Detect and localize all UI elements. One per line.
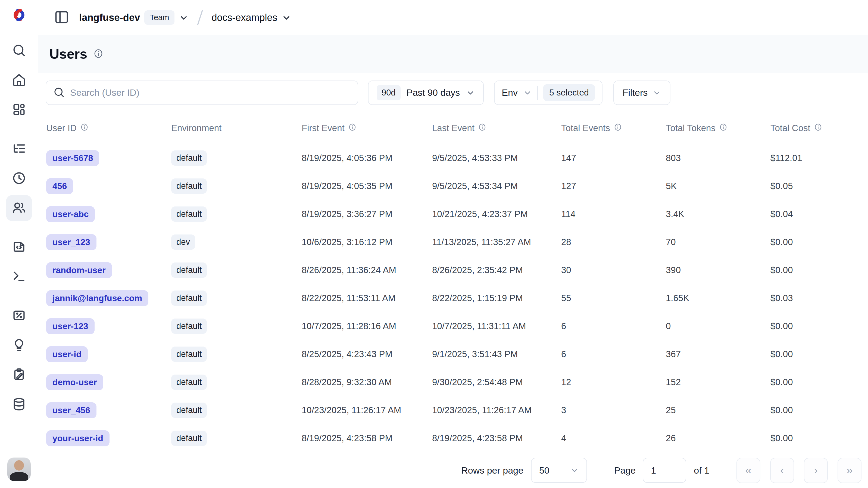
sidebar-item-search[interactable] [6, 37, 32, 64]
total-cost-cell: $0.04 [770, 209, 868, 219]
info-icon [814, 123, 823, 134]
table-row[interactable]: user-5678default8/19/2025, 4:05:36 PM9/5… [38, 144, 868, 172]
first-page-button[interactable]: « [737, 458, 761, 483]
environment-cell: dev [171, 234, 302, 250]
sidebar-toggle-button[interactable] [51, 7, 72, 28]
environment-cell: default [171, 375, 302, 390]
date-range-button[interactable]: 90d Past 90 days [368, 81, 484, 105]
sidebar-item-users[interactable] [6, 195, 32, 221]
search-input[interactable] [70, 87, 350, 98]
page-number-input[interactable] [643, 458, 686, 483]
column-header-environment[interactable]: Environment [171, 123, 302, 133]
table-body: user-5678default8/19/2025, 4:05:36 PM9/5… [38, 144, 868, 452]
user-id-badge[interactable]: your-user-id [46, 430, 110, 447]
environment-badge: default [171, 178, 207, 194]
previous-page-button[interactable]: ‹ [770, 458, 794, 483]
sidebar-item-sessions[interactable] [6, 165, 32, 192]
clipboard-pen-icon [12, 368, 26, 382]
column-header-total_tokens[interactable]: Total Tokens [666, 123, 770, 134]
column-header-user_id[interactable]: User ID [46, 123, 171, 134]
environment-badge: default [171, 206, 207, 222]
user-id-badge[interactable]: user-5678 [46, 150, 99, 166]
last-event-cell: 10/23/2025, 11:26:17 AM [432, 405, 561, 415]
column-header-total_events[interactable]: Total Events [561, 123, 666, 134]
column-header-last_event[interactable]: Last Event [432, 123, 561, 134]
info-icon [614, 123, 622, 134]
user-id-badge[interactable]: jannik@langfuse.com [46, 290, 148, 306]
table-row[interactable]: user-abcdefault8/19/2025, 3:36:27 PM10/2… [38, 200, 868, 228]
langfuse-logo-icon[interactable] [10, 7, 28, 25]
sidebar-item-prompts[interactable] [6, 234, 32, 260]
first-event-cell: 8/19/2025, 3:36:27 PM [302, 209, 432, 219]
table-row[interactable]: jannik@langfuse.comdefault8/22/2025, 11:… [38, 284, 868, 312]
environment-badge: default [171, 347, 207, 362]
sidebar-item-datasets[interactable] [6, 392, 32, 418]
page-count-label: of 1 [694, 465, 709, 476]
table-row[interactable]: user_456default10/23/2025, 11:26:17 AM10… [38, 396, 868, 424]
sidebar-item-evaluation[interactable] [6, 332, 32, 358]
total-events-cell: 114 [561, 209, 666, 219]
filters-button[interactable]: Filters [613, 81, 671, 105]
user-id-badge[interactable]: user_456 [46, 402, 96, 419]
total-events-cell: 6 [561, 349, 666, 359]
user-id-badge[interactable]: user-id [46, 346, 88, 362]
env-selected-badge: 5 selected [543, 84, 595, 101]
environment-cell: default [171, 290, 302, 306]
sidebar-item-home[interactable] [6, 67, 32, 93]
table-row[interactable]: random-userdefault8/26/2025, 11:36:24 AM… [38, 256, 868, 284]
chevrons-right-icon: » [846, 464, 852, 477]
sidebar-item-annotation[interactable] [6, 362, 32, 388]
table-row[interactable]: demo-userdefault8/28/2025, 9:32:30 AM9/3… [38, 368, 868, 396]
sidebar-item-dashboards[interactable] [6, 97, 32, 123]
total-tokens-cell: 0 [666, 321, 770, 331]
chevron-down-icon [282, 13, 291, 23]
total-tokens-cell: 3.4K [666, 209, 770, 219]
next-page-button[interactable]: › [804, 458, 828, 483]
user-id-badge[interactable]: 456 [46, 178, 73, 194]
user-id-badge[interactable]: user-123 [46, 318, 95, 334]
user-id-badge[interactable]: demo-user [46, 374, 103, 390]
user-id-cell: user-abc [46, 206, 171, 222]
environment-filter-button[interactable]: Env 5 selected [494, 81, 602, 105]
user-id-badge[interactable]: user-abc [46, 206, 95, 222]
user-id-badge[interactable]: random-user [46, 262, 112, 278]
user-avatar[interactable] [7, 458, 31, 481]
environment-cell: default [171, 403, 302, 418]
user-id-cell: 456 [46, 178, 171, 194]
total-tokens-cell: 25 [666, 405, 770, 415]
environment-cell: default [171, 150, 302, 166]
total-events-cell: 12 [561, 377, 666, 387]
info-icon [348, 123, 356, 134]
rows-per-page-select[interactable]: 50 [531, 458, 587, 483]
info-icon[interactable] [93, 49, 103, 60]
user-id-cell: jannik@langfuse.com [46, 290, 171, 306]
table-row[interactable]: user-iddefault8/25/2025, 4:23:43 PM9/1/2… [38, 340, 868, 368]
last-event-cell: 8/19/2025, 4:23:58 PM [432, 433, 561, 443]
last-page-button[interactable]: » [838, 458, 862, 483]
first-event-cell: 10/7/2025, 11:28:16 AM [302, 321, 432, 331]
app-window: langfuse-dev Team docs-examples Users [0, 0, 868, 488]
column-header-total_cost[interactable]: Total Cost [770, 123, 868, 134]
total-cost-cell: $0.00 [770, 237, 868, 247]
last-event-cell: 9/5/2025, 4:53:33 PM [432, 153, 561, 163]
sidebar-item-playground[interactable] [6, 264, 32, 290]
table-row[interactable]: user-123default10/7/2025, 11:28:16 AM10/… [38, 312, 868, 340]
total-cost-cell: $0.00 [770, 265, 868, 275]
table-row[interactable]: user_123dev10/6/2025, 3:16:12 PM11/13/20… [38, 228, 868, 256]
user-id-cell: demo-user [46, 374, 171, 390]
total-tokens-cell: 5K [666, 181, 770, 191]
search-box [45, 81, 358, 105]
column-header-first_event[interactable]: First Event [302, 123, 432, 134]
table-row[interactable]: your-user-iddefault8/19/2025, 4:23:58 PM… [38, 424, 868, 452]
org-breadcrumb[interactable]: langfuse-dev Team [79, 10, 189, 25]
project-breadcrumb[interactable]: docs-examples [211, 12, 291, 23]
environment-cell: default [171, 262, 302, 278]
user-id-badge[interactable]: user_123 [46, 234, 96, 250]
table-row[interactable]: 456default8/19/2025, 4:05:35 PM9/5/2025,… [38, 172, 868, 200]
sidebar-item-tracing[interactable] [6, 136, 32, 162]
chevron-down-icon [652, 88, 661, 97]
sidebar-item-scores[interactable] [6, 303, 32, 328]
total-events-cell: 4 [561, 433, 666, 443]
environment-cell: default [171, 178, 302, 194]
chevron-left-icon: ‹ [780, 464, 784, 477]
